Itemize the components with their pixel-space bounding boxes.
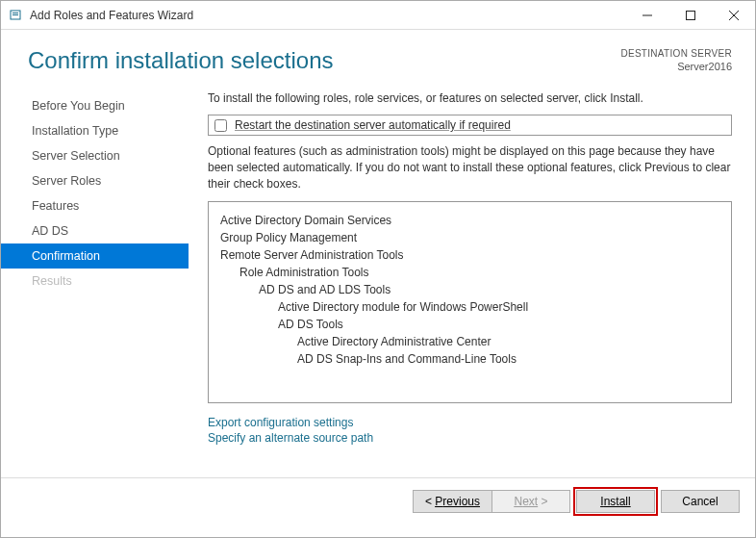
titlebar: Add Roles and Features Wizard bbox=[1, 1, 755, 30]
tree-item: Role Administration Tools bbox=[216, 264, 723, 281]
destination-server-name: Server2016 bbox=[620, 60, 732, 73]
tree-item: Active Directory Administrative Center bbox=[216, 333, 723, 350]
features-tree: Active Directory Domain Services Group P… bbox=[208, 201, 732, 403]
minimize-button[interactable] bbox=[625, 1, 668, 30]
step-features[interactable]: Features bbox=[1, 193, 189, 218]
wizard-steps-sidebar: Before You Begin Installation Type Serve… bbox=[1, 84, 189, 477]
links-area: Export configuration settings Specify an… bbox=[208, 415, 732, 446]
tree-item: Active Directory module for Windows Powe… bbox=[216, 298, 723, 316]
step-before-you-begin[interactable]: Before You Begin bbox=[1, 93, 189, 118]
cancel-button[interactable]: Cancel bbox=[661, 490, 740, 513]
step-server-roles[interactable]: Server Roles bbox=[1, 168, 189, 193]
app-icon bbox=[9, 8, 24, 23]
step-results: Results bbox=[1, 269, 189, 294]
restart-checkbox-label[interactable]: Restart the destination server automatic… bbox=[235, 118, 511, 132]
destination-server-label: DESTINATION SERVER bbox=[620, 47, 732, 60]
tree-item: AD DS Snap-Ins and Command-Line Tools bbox=[216, 350, 723, 368]
page-title: Confirm installation selections bbox=[28, 47, 620, 74]
tree-item: Group Policy Management bbox=[216, 229, 723, 246]
footer-buttons: < Previous Next > Install Cancel bbox=[1, 477, 755, 524]
window-title: Add Roles and Features Wizard bbox=[30, 9, 625, 22]
restart-checkbox-row[interactable]: Restart the destination server automatic… bbox=[208, 115, 732, 136]
tree-item: Active Directory Domain Services bbox=[216, 212, 723, 229]
content-panel: To install the following roles, role ser… bbox=[189, 84, 755, 477]
svg-rect-2 bbox=[13, 14, 18, 15]
optional-features-note: Optional features (such as administratio… bbox=[208, 143, 732, 192]
page-header: Confirm installation selections DESTINAT… bbox=[1, 30, 755, 84]
install-button[interactable]: Install bbox=[576, 490, 655, 513]
tree-item: AD DS Tools bbox=[216, 316, 723, 333]
main-area: Before You Begin Installation Type Serve… bbox=[1, 84, 755, 477]
step-ad-ds[interactable]: AD DS bbox=[1, 218, 189, 243]
step-confirmation[interactable]: Confirmation bbox=[1, 243, 189, 269]
window-controls bbox=[625, 1, 755, 30]
previous-button[interactable]: < Previous bbox=[413, 490, 491, 513]
maximize-button[interactable] bbox=[668, 1, 712, 30]
step-server-selection[interactable]: Server Selection bbox=[1, 143, 189, 168]
tree-item: AD DS and AD LDS Tools bbox=[216, 281, 723, 298]
close-button[interactable] bbox=[712, 1, 755, 30]
tree-item: Remote Server Administration Tools bbox=[216, 246, 723, 264]
svg-rect-4 bbox=[686, 11, 694, 19]
next-button: Next > bbox=[491, 490, 570, 513]
prev-next-group: < Previous Next > bbox=[413, 490, 570, 513]
restart-checkbox[interactable] bbox=[214, 119, 227, 132]
specify-alt-source-link[interactable]: Specify an alternate source path bbox=[208, 430, 732, 446]
step-installation-type[interactable]: Installation Type bbox=[1, 118, 189, 143]
export-config-link[interactable]: Export configuration settings bbox=[208, 415, 732, 430]
intro-text: To install the following roles, role ser… bbox=[208, 91, 732, 105]
svg-rect-1 bbox=[13, 13, 18, 13]
destination-server-info: DESTINATION SERVER Server2016 bbox=[620, 47, 732, 73]
next-label: Next bbox=[514, 495, 538, 508]
